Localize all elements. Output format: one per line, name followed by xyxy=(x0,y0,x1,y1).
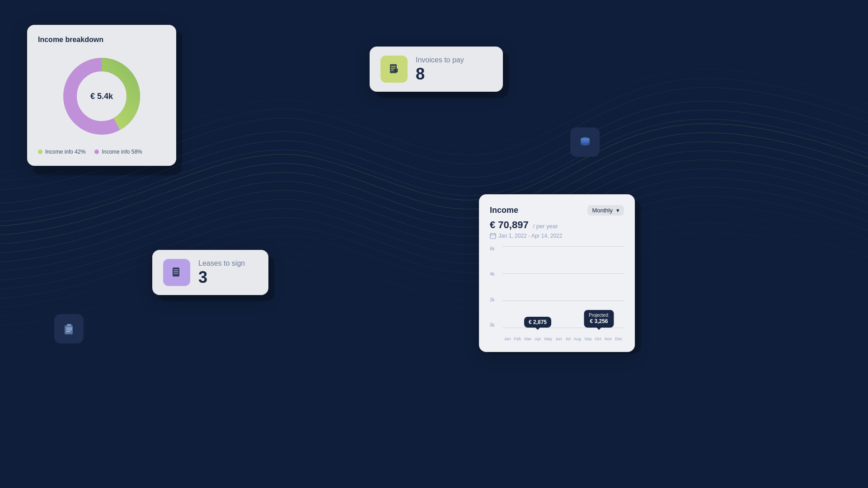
x-label-apr: Apr xyxy=(535,337,541,341)
y-label-6k: 6k xyxy=(490,246,502,251)
x-label-nov: Nov xyxy=(605,337,612,341)
y-label-0k: 0k xyxy=(490,323,502,328)
bars-container: € 2,875 xyxy=(502,246,624,331)
database-icon xyxy=(577,135,593,150)
x-label-jun: Jun xyxy=(555,337,562,341)
chart-amount: € 70,897 xyxy=(490,219,529,231)
projected-value: € 3,256 xyxy=(589,318,609,325)
tooltip-apr: € 2,875 xyxy=(524,317,551,328)
calendar-icon xyxy=(490,233,496,239)
leases-info: Leases to sign 3 xyxy=(198,259,245,286)
x-label-aug: Aug xyxy=(574,337,581,341)
leases-card: Leases to sign 3 xyxy=(152,250,268,295)
projected-label: Projected: xyxy=(589,312,609,318)
x-label-may: May xyxy=(544,337,552,341)
income-chart-card: Income Monthly ▾ € 70,897 / per year Jan… xyxy=(479,194,635,352)
dropdown-chevron: ▾ xyxy=(616,207,619,214)
y-label-4k: 4k xyxy=(490,272,502,277)
clipboard-icon xyxy=(62,322,76,336)
clipboard-icon-card xyxy=(54,314,84,343)
legend-item-green: Income info 42% xyxy=(38,149,85,155)
y-label-2k: 2k xyxy=(490,297,502,302)
donut-legend: Income info 42% Income info 58% xyxy=(38,149,165,155)
leases-title: Leases to sign xyxy=(198,259,245,267)
invoices-card: Invoices to pay 8 xyxy=(370,47,503,92)
invoices-info: Invoices to pay 8 xyxy=(416,56,464,82)
period-dropdown[interactable]: Monthly ▾ xyxy=(587,205,624,216)
x-label-jul: Jul xyxy=(565,337,571,341)
income-breakdown-card: Income breakdown € 5.4k Income info 42% … xyxy=(27,25,176,166)
legend-dot-green xyxy=(38,150,42,154)
chart-per-year: / per year xyxy=(533,223,558,230)
x-label-feb: Feb xyxy=(514,337,521,341)
x-label-jan: Jan xyxy=(504,337,511,341)
chart-date-range: Jan 1, 2022 - Apr 14, 2022 xyxy=(490,233,624,239)
chart-amount-row: € 70,897 / per year xyxy=(490,219,624,231)
x-axis: Jan Feb Mar Apr May Jun Jul Aug Sep Oct … xyxy=(502,337,624,341)
tooltip-oct: Projected: € 3,256 xyxy=(584,310,614,328)
date-range-text: Jan 1, 2022 - Apr 14, 2022 xyxy=(498,233,562,239)
invoice-icon-box xyxy=(380,56,408,83)
legend-label-purple: Income info 58% xyxy=(102,149,142,155)
legend-item-purple: Income info 58% xyxy=(94,149,142,155)
income-breakdown-title: Income breakdown xyxy=(38,36,165,44)
svg-rect-4 xyxy=(173,267,179,277)
legend-label-green: Income info 42% xyxy=(45,149,85,155)
legend-dot-purple xyxy=(94,150,99,154)
database-icon-card xyxy=(570,127,600,157)
chart-title: Income xyxy=(490,206,518,215)
invoices-title: Invoices to pay xyxy=(416,56,464,64)
bar-chart: 6k 4k 2k 0k xyxy=(490,246,624,341)
document-icon xyxy=(170,266,183,279)
y-axis: 6k 4k 2k 0k xyxy=(490,246,502,328)
svg-rect-7 xyxy=(67,324,71,326)
invoices-count: 8 xyxy=(416,66,464,82)
x-label-oct: Oct xyxy=(595,337,601,341)
x-label-dec: Dec xyxy=(615,337,622,341)
chart-header: Income Monthly ▾ xyxy=(490,205,624,216)
x-label-mar: Mar xyxy=(524,337,531,341)
period-label: Monthly xyxy=(592,207,613,214)
svg-rect-8 xyxy=(490,234,496,239)
leases-count: 3 xyxy=(198,269,245,286)
x-label-sep: Sep xyxy=(584,337,591,341)
receipt-icon xyxy=(388,63,400,75)
lease-icon-box xyxy=(163,259,190,286)
donut-center-value: € 5.4k xyxy=(90,92,113,101)
donut-chart: € 5.4k xyxy=(38,51,165,141)
